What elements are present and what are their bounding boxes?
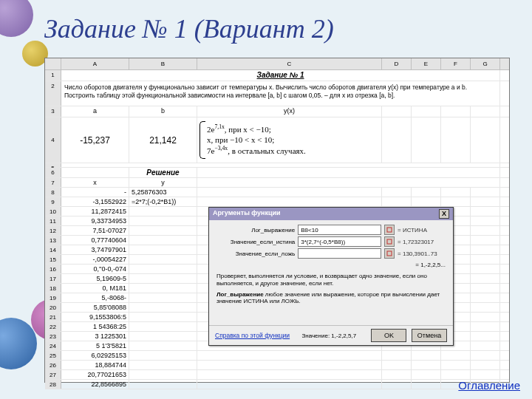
cell[interactable] [471, 226, 500, 235]
range-selector-icon[interactable] [384, 236, 395, 247]
cell[interactable] [471, 351, 500, 360]
cell[interactable] [471, 117, 500, 163]
cell-x[interactable]: 0, M181 [61, 284, 129, 293]
cell-x[interactable]: 1 54368:25 [61, 322, 129, 331]
cell[interactable] [471, 265, 500, 273]
close-button[interactable]: X [439, 209, 449, 219]
cell[interactable] [197, 197, 382, 206]
cell-x[interactable]: 0,''0-0,-074 [61, 265, 129, 273]
cell-y[interactable] [129, 274, 197, 283]
cell[interactable] [441, 188, 471, 197]
cell-x[interactable]: 9,33734953 [61, 216, 129, 225]
cell[interactable] [471, 216, 500, 225]
cell[interactable] [197, 380, 382, 389]
cell-x[interactable]: 0,77740604 [61, 236, 129, 245]
cell-x[interactable]: 5,19609-5 [61, 274, 129, 283]
cell[interactable] [412, 351, 441, 360]
cell-y[interactable] [129, 361, 197, 369]
cell[interactable] [197, 370, 382, 379]
cell[interactable] [441, 117, 471, 163]
cell[interactable] [441, 197, 471, 206]
cell-y[interactable] [129, 322, 197, 331]
cell[interactable] [412, 197, 441, 206]
cell[interactable] [471, 106, 500, 117]
cell[interactable] [471, 284, 500, 293]
cell-x[interactable]: 5,85'08088 [61, 303, 129, 312]
header-b[interactable]: b [129, 106, 197, 117]
cell-y[interactable]: =2*7;(-0,2*B1)) [129, 197, 197, 206]
formula-cell[interactable]: 2e7,1x, при x < −10; x, при −10 < x < 10… [197, 117, 382, 163]
cell[interactable] [412, 380, 441, 389]
cell-x[interactable]: 11,2872415 [61, 207, 129, 216]
cell[interactable] [471, 245, 500, 254]
cell-y[interactable] [129, 245, 197, 254]
cell-y[interactable] [129, 303, 197, 312]
cell-y[interactable] [129, 332, 197, 341]
cell[interactable] [441, 106, 471, 117]
cell-x[interactable]: -,00054227 [61, 255, 129, 264]
cell[interactable] [197, 188, 382, 197]
cell[interactable] [412, 106, 441, 117]
cell-y[interactable] [129, 216, 197, 225]
cell-y[interactable] [129, 284, 197, 293]
cell[interactable] [441, 361, 471, 369]
cell-y[interactable] [129, 293, 197, 302]
cancel-button[interactable]: Отмена [412, 329, 447, 342]
cell-y[interactable] [129, 265, 197, 273]
cell[interactable] [197, 178, 500, 187]
cell[interactable] [197, 351, 382, 360]
header-yx[interactable]: y(x) [197, 106, 382, 117]
column-header[interactable]: E [412, 58, 441, 69]
cell-x[interactable]: 20,77021653 [61, 370, 129, 379]
cell[interactable] [441, 370, 471, 379]
cell[interactable] [61, 163, 500, 167]
cell[interactable] [382, 361, 412, 369]
column-header[interactable]: C [197, 58, 382, 69]
range-selector-icon[interactable] [384, 225, 395, 235]
cell-y[interactable] [129, 255, 197, 264]
argument-input[interactable] [298, 225, 381, 235]
cell-y[interactable] [129, 370, 197, 379]
header-a[interactable]: a [61, 106, 129, 117]
cell[interactable] [412, 117, 441, 163]
column-header[interactable]: G [471, 58, 500, 69]
cell[interactable] [197, 361, 382, 369]
cell[interactable] [471, 236, 500, 245]
cell[interactable] [471, 332, 500, 341]
cell[interactable] [412, 370, 441, 379]
toc-link[interactable]: Оглавление [458, 379, 520, 392]
value-b[interactable]: 21,142 [129, 117, 197, 163]
cell[interactable] [471, 274, 500, 283]
cell-y[interactable] [129, 236, 197, 245]
cell-x[interactable]: 5,-8068- [61, 293, 129, 302]
cell[interactable] [471, 370, 500, 379]
dialog-titlebar[interactable]: Аргументы функции X [209, 208, 453, 220]
column-header[interactable]: B [129, 58, 197, 69]
cell[interactable] [382, 370, 412, 379]
cell[interactable] [412, 188, 441, 197]
cell-x[interactable]: - [61, 188, 129, 197]
cell[interactable] [471, 207, 500, 216]
cell[interactable] [471, 197, 500, 206]
column-header[interactable]: F [441, 58, 471, 69]
column-header[interactable]: D [382, 58, 412, 69]
argument-input[interactable] [298, 236, 381, 247]
col-y-header[interactable]: y [129, 178, 197, 187]
cell-x[interactable]: 18,884744 [61, 361, 129, 369]
select-all-cell[interactable] [45, 58, 61, 69]
cell[interactable] [382, 106, 412, 117]
value-a[interactable]: -15,237 [61, 117, 129, 163]
cell-y[interactable] [129, 313, 197, 321]
cell-x[interactable]: 3,74797901 [61, 245, 129, 254]
cell-y[interactable] [129, 380, 197, 389]
cell[interactable] [471, 293, 500, 302]
range-selector-icon[interactable] [384, 248, 395, 259]
cell[interactable] [471, 303, 500, 312]
cell[interactable] [471, 313, 500, 321]
col-x-header[interactable]: x [61, 178, 129, 187]
cell-x[interactable]: -3,1552922 [61, 197, 129, 206]
cell-x[interactable]: 3 1225301 [61, 332, 129, 341]
cell[interactable] [382, 188, 412, 197]
cell[interactable] [471, 341, 500, 350]
cell[interactable] [382, 117, 412, 163]
